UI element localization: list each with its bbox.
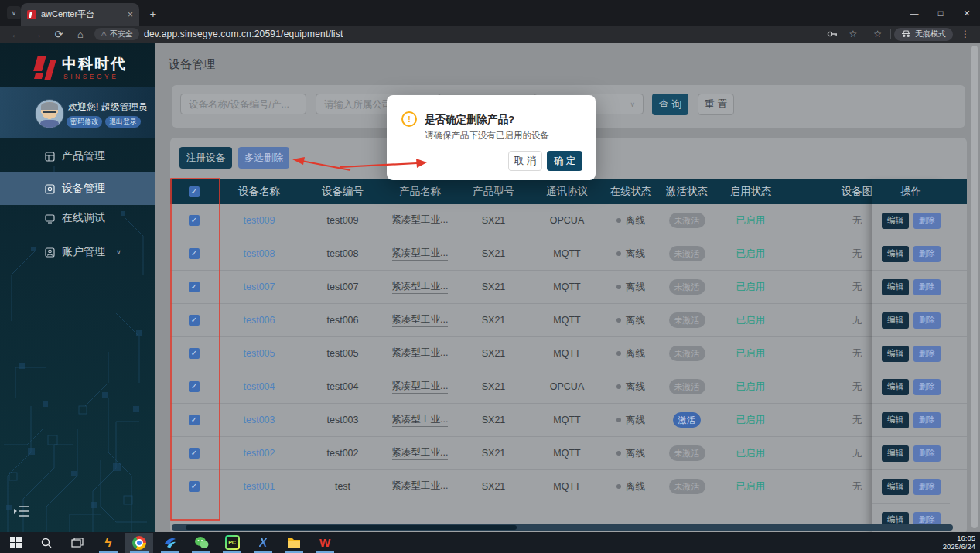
avatar[interactable] xyxy=(35,99,64,128)
device-name-link[interactable]: test001 xyxy=(243,481,275,492)
device-name-link[interactable]: test004 xyxy=(243,381,275,392)
sidebar-item-debug[interactable]: 在线调试 xyxy=(0,205,155,231)
forward-icon[interactable]: → xyxy=(26,29,48,40)
activation-badge: 未激活 xyxy=(669,346,705,361)
tab-search-button[interactable]: ∨ xyxy=(7,6,21,19)
search-button[interactable]: 查 询 xyxy=(652,94,688,115)
edit-button[interactable]: 编辑 xyxy=(882,213,909,229)
row-checkbox[interactable]: ✓ xyxy=(189,415,200,425)
extension-star-icon[interactable]: ☆ xyxy=(873,29,882,39)
reload-icon[interactable]: ⟳ xyxy=(48,29,70,40)
row-checkbox[interactable]: ✓ xyxy=(189,381,200,392)
edit-button[interactable]: 编辑 xyxy=(882,445,909,462)
edit-button[interactable]: 编辑 xyxy=(882,479,909,495)
sidebar-item-products[interactable]: 产品管理 xyxy=(0,143,155,169)
row-checkbox[interactable]: ✓ xyxy=(189,215,200,226)
site-favicon-icon xyxy=(27,10,36,19)
device-code-cell: test005 xyxy=(300,348,385,359)
sidebar-collapse-button[interactable] xyxy=(14,504,31,521)
device-name-link[interactable]: test008 xyxy=(243,248,275,259)
browser-menu-icon[interactable]: ⋮ xyxy=(961,29,970,39)
window-minimize-button[interactable]: — xyxy=(901,0,927,26)
keyword-search-input[interactable] xyxy=(180,94,306,114)
delete-button[interactable]: 删除 xyxy=(913,246,941,262)
browser-tab[interactable]: awCenter平台 × xyxy=(21,3,139,26)
new-tab-button[interactable]: + xyxy=(145,5,161,21)
register-device-button[interactable]: 注册设备 xyxy=(179,147,232,169)
table-horizontal-scrollbar[interactable] xyxy=(172,524,953,531)
delete-button[interactable]: 删除 xyxy=(913,279,941,295)
device-name-link[interactable]: test003 xyxy=(243,415,275,425)
tab-close-icon[interactable]: × xyxy=(128,9,133,20)
col-header: 产品名称 xyxy=(385,185,455,199)
activation-badge: 未激活 xyxy=(669,213,705,228)
page-scrollbar[interactable] xyxy=(971,46,978,528)
reset-button[interactable]: 重 置 xyxy=(698,94,734,115)
taskbar-clock[interactable]: 16:05 2025/6/24 xyxy=(943,534,975,551)
delete-button[interactable]: 删除 xyxy=(913,445,941,462)
device-name-link[interactable]: test005 xyxy=(243,348,275,359)
x-app-icon[interactable]: X xyxy=(248,532,278,553)
window-close-button[interactable]: × xyxy=(954,0,980,26)
device-name-link[interactable]: test007 xyxy=(243,282,275,292)
row-checkbox[interactable]: ✓ xyxy=(189,282,200,292)
cancel-button[interactable]: 取 消 xyxy=(508,151,542,171)
edit-button[interactable]: 编辑 xyxy=(882,346,909,362)
table-row: ✓ test001 test 紧凑型工业... SX21 MQTT 离线 未激活… xyxy=(170,470,967,498)
chrome-icon[interactable] xyxy=(124,532,155,553)
delete-button[interactable]: 删除 xyxy=(913,412,941,428)
edit-button[interactable]: 编辑 xyxy=(882,379,909,395)
bookmark-star-icon[interactable]: ☆ xyxy=(849,29,857,39)
confirm-button[interactable]: 确 定 xyxy=(547,151,582,171)
delete-button[interactable]: 删除 xyxy=(913,213,941,229)
window-maximize-button[interactable]: □ xyxy=(927,0,954,26)
blue-swoosh-app-icon[interactable] xyxy=(155,532,186,553)
batch-delete-button[interactable]: 多选删除 xyxy=(238,147,289,169)
file-explorer-icon[interactable] xyxy=(278,532,309,553)
device-name-link[interactable]: test009 xyxy=(243,215,275,226)
password-key-icon[interactable] xyxy=(827,29,838,39)
delete-button[interactable]: 删除 xyxy=(913,479,941,495)
enabled-status-cell: 已启用 xyxy=(736,480,766,493)
pycharm-icon[interactable]: PC xyxy=(217,532,248,553)
sidebar-item-label: 设备管理 xyxy=(62,182,105,196)
wechat-icon[interactable] xyxy=(186,532,217,553)
change-password-button[interactable]: 密码修改 xyxy=(67,116,102,128)
device-name-link[interactable]: test002 xyxy=(243,448,275,459)
sidebar-item-devices[interactable]: 设备管理 xyxy=(0,172,155,205)
snipaste-icon[interactable]: ϟ xyxy=(93,532,124,553)
row-checkbox[interactable]: ✓ xyxy=(189,248,200,259)
table-header: ✓ 设备名称 设备编号 产品名称 产品型号 通讯协议 在线状态 激活状态 启用状… xyxy=(170,179,967,204)
security-chip[interactable]: ⚠ 不安全 xyxy=(94,28,139,40)
wps-icon[interactable]: W xyxy=(309,532,340,553)
row-checkbox[interactable]: ✓ xyxy=(189,315,200,326)
row-checkbox[interactable]: ✓ xyxy=(189,448,200,459)
edit-button[interactable]: 编辑 xyxy=(882,412,909,428)
edit-button[interactable]: 编辑 xyxy=(882,279,909,295)
start-button[interactable] xyxy=(0,532,31,553)
delete-button[interactable]: 删除 xyxy=(913,346,941,362)
col-header: 设备名称 xyxy=(218,185,300,199)
device-name-link[interactable]: test006 xyxy=(243,315,275,326)
logout-button[interactable]: 退出登录 xyxy=(105,116,141,128)
select-all-checkbox[interactable]: ✓ xyxy=(189,186,200,197)
taskbar-search-icon[interactable] xyxy=(31,532,62,553)
sidebar-item-accounts[interactable]: 账户管理 ∨ xyxy=(0,239,155,265)
delete-button[interactable]: 删除 xyxy=(913,379,941,395)
tab-title: awCenter平台 xyxy=(41,9,125,20)
product-model-cell: SX21 xyxy=(455,248,532,259)
url-text[interactable]: dev.app.sinsegye.com.cn:20591/equipment/… xyxy=(144,29,343,39)
activation-badge: 激活 xyxy=(673,412,701,428)
delete-button[interactable]: 删除 xyxy=(913,312,941,329)
home-icon[interactable]: ⌂ xyxy=(70,29,91,40)
device-code-cell: test007 xyxy=(300,282,385,292)
row-checkbox[interactable]: ✓ xyxy=(189,348,200,359)
device-code-cell: test003 xyxy=(300,415,385,425)
enabled-status-cell: 已启用 xyxy=(736,347,766,360)
task-view-icon[interactable] xyxy=(62,532,93,553)
edit-button[interactable]: 编辑 xyxy=(882,246,909,262)
back-icon[interactable]: ← xyxy=(5,29,26,40)
offline-dot-icon xyxy=(616,318,621,323)
row-checkbox[interactable]: ✓ xyxy=(189,481,200,492)
edit-button[interactable]: 编辑 xyxy=(882,312,909,329)
